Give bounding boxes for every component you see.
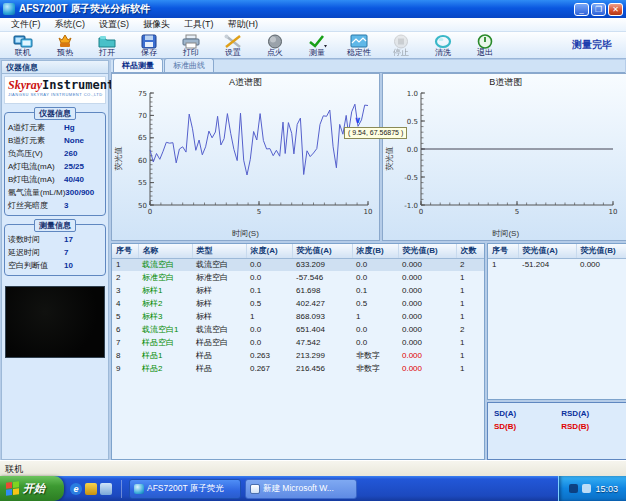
preheat-button[interactable]: 预热 (44, 32, 86, 58)
toolbar-button-label: 停止 (393, 49, 409, 57)
ignite-button[interactable]: 点火 (254, 32, 296, 58)
column-header[interactable]: 荧光值(A) (518, 244, 576, 258)
restore-button[interactable]: ❐ (591, 3, 606, 16)
window-title: AFS7200T 原子荧光分析软件 (19, 2, 574, 16)
info-label: A道灯元素 (8, 122, 64, 133)
svg-text:-0.5: -0.5 (404, 174, 418, 182)
table-row[interactable]: 1-51.2040.000 (488, 258, 626, 271)
column-header[interactable]: 类型 (192, 244, 246, 258)
table-row[interactable]: 5标样3标样1868.09310.0001 (112, 310, 485, 323)
toolbar-button-label: 清洗 (435, 49, 451, 57)
info-row: 负高压(V)260 (8, 147, 102, 160)
toolbar-button-label: 点火 (267, 49, 283, 57)
table-row[interactable]: 2标准空白标准空白0.0-57.5460.00.0001 (112, 271, 485, 284)
menu-camera[interactable]: 摄像头 (136, 18, 177, 31)
connect-button[interactable]: 联机 (2, 32, 44, 58)
browser-icon[interactable]: e (70, 483, 82, 495)
svg-text:0: 0 (419, 208, 423, 216)
readings-table: 序号荧光值(A)荧光值(B) 1-51.2040.000 (487, 243, 626, 400)
camera-preview (5, 286, 105, 358)
folder-icon[interactable] (100, 483, 112, 495)
info-row: A道灯元素Hg (8, 121, 102, 134)
info-label: A灯电流(mA) (8, 161, 64, 172)
info-row: A灯电流(mA)25/25 (8, 160, 102, 173)
clean-button[interactable]: 清洗 (422, 32, 464, 58)
statistics-panel: SD(A)RSD(A)SD(B)RSD(B) (487, 402, 626, 460)
chart-a-panel: A道谱图 荧光值 5055606570750510 时间(S) (111, 73, 380, 241)
chart-b-title: B道谱图 (383, 74, 626, 88)
table-row[interactable]: 7样品空白样品空白0.047.5420.00.0001 (112, 336, 485, 349)
start-label: 开始 (23, 481, 45, 496)
menu-file[interactable]: 文件(F) (4, 18, 48, 31)
svg-text:-1.0: -1.0 (404, 202, 418, 210)
tray-icon-2[interactable] (582, 484, 591, 493)
cell-no: 8 (112, 349, 138, 362)
open-button[interactable]: 打开 (86, 32, 128, 58)
column-header[interactable]: 荧光值(B) (576, 244, 626, 258)
column-header[interactable]: 荧光值(A) (292, 244, 352, 258)
app-task-icon (134, 484, 144, 494)
print-button[interactable]: 打印 (170, 32, 212, 58)
menu-system[interactable]: 系统(C) (48, 18, 93, 31)
stop-icon (391, 34, 411, 49)
data-point-tooltip: ( 9.54, 67.56875 ) (344, 127, 407, 139)
table-row[interactable]: 4标样2标样0.5402.4270.50.0001 (112, 297, 485, 310)
info-value: 25/25 (64, 162, 102, 171)
cell-type: 标准空白 (192, 271, 246, 284)
info-value: 300/900 (65, 188, 102, 197)
column-header[interactable]: 荧光值(B) (398, 244, 456, 258)
security-icon[interactable] (85, 483, 97, 495)
cell: -51.204 (518, 258, 576, 271)
measure-check-icon (307, 34, 327, 49)
svg-text:10: 10 (364, 208, 373, 216)
measure-button[interactable]: 测量 (296, 32, 338, 58)
svg-text:75: 75 (138, 90, 147, 98)
minimize-button[interactable]: _ (574, 3, 589, 16)
save-button[interactable]: 保存 (128, 32, 170, 58)
exit-button[interactable]: 退出 (464, 32, 506, 58)
task-button-afs[interactable]: AFS7200T 原子荧光 (129, 479, 241, 499)
stop-button: 停止 (380, 32, 422, 58)
svg-text:5: 5 (515, 208, 519, 216)
menu-help[interactable]: 帮助(H) (221, 18, 266, 31)
cell-fluo_b: 0.000 (398, 258, 456, 271)
save-floppy-icon (139, 34, 159, 49)
stability-chart-icon (349, 34, 369, 49)
settings-button[interactable]: 设置 (212, 32, 254, 58)
clock: 15:03 (595, 484, 618, 494)
table-row[interactable]: 6载流空白1载流空白0.0651.4040.00.0002 (112, 323, 485, 336)
tab-standard-curve[interactable]: 标准曲线 (164, 58, 214, 72)
chart-a-plot[interactable]: 5055606570750510 (124, 88, 376, 222)
info-value: 10 (64, 261, 102, 270)
column-header[interactable]: 浓度(B) (352, 244, 398, 258)
cell-no: 9 (112, 362, 138, 375)
column-header[interactable]: 浓度(A) (246, 244, 292, 258)
task-button-word[interactable]: 新建 Microsoft W... (245, 479, 357, 499)
cell-fluo_a: 402.427 (292, 297, 352, 310)
tray-icon-1[interactable] (569, 484, 578, 493)
column-header[interactable]: 名称 (138, 244, 192, 258)
close-button[interactable]: ✕ (608, 3, 623, 16)
toolbar-button-label: 保存 (141, 49, 157, 57)
cell-type: 载流空白 (192, 258, 246, 271)
table-row[interactable]: 9样品2样品0.267216.456非数字0.0001 (112, 362, 485, 375)
stat-label: RSD(A) (561, 409, 626, 418)
menu-tools[interactable]: 工具(T) (177, 18, 221, 31)
chart-b-plot[interactable]: -1.0-0.50.00.51.00510 (395, 88, 621, 222)
column-header[interactable]: 序号 (112, 244, 138, 258)
start-button[interactable]: 开始 (0, 476, 64, 501)
column-header[interactable]: 序号 (488, 244, 518, 258)
tab-sample-measure[interactable]: 样品测量 (113, 58, 163, 72)
preheat-icon (55, 34, 75, 49)
table-row[interactable]: 1载流空白载流空白0.0633.2090.00.0002 (112, 258, 485, 271)
cell-conc_a: 1 (246, 310, 292, 323)
column-header[interactable]: 次数 (456, 244, 485, 258)
instrument-info-group: 仪器信息 A道灯元素HgB道灯元素None负高压(V)260A灯电流(mA)25… (4, 112, 106, 216)
table-row[interactable]: 8样品1样品0.263213.299非数字0.0001 (112, 349, 485, 362)
cell-times: 1 (456, 271, 485, 284)
cell-type: 样品 (192, 362, 246, 375)
table-row[interactable]: 3标样1标样0.161.6980.10.0001 (112, 284, 485, 297)
stability-button[interactable]: 稳定性 (338, 32, 380, 58)
menu-settings[interactable]: 设置(S) (92, 18, 136, 31)
task-label: AFS7200T 原子荧光 (147, 483, 224, 495)
